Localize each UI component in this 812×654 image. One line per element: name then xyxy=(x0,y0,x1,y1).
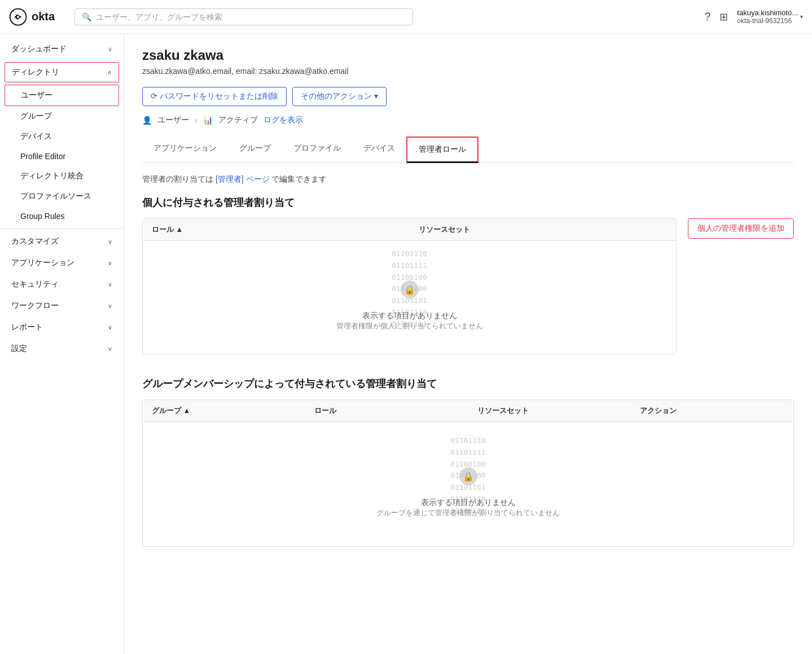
sidebar-item-settings[interactable]: 設定 ∨ xyxy=(0,338,124,359)
section1-empty-line1: 表示する項目がありません xyxy=(336,311,483,321)
section1-table-wrapper: ロール ▲ リソースセット 01101110011011110110010001… xyxy=(142,218,794,354)
sidebar-item-dashboard[interactable]: ダッシュボード ∨ xyxy=(0,38,124,60)
sidebar-label-users: ユーザー xyxy=(21,90,52,100)
sidebar-item-profile-editor[interactable]: Profile Editor xyxy=(0,147,124,166)
search-icon: 🔍 xyxy=(82,12,91,21)
action-bar: ⟳ パスワードをリセットまたは削除 その他のアクション ▾ xyxy=(142,87,794,106)
sidebar-item-workflow[interactable]: ワークフロー ∨ xyxy=(0,295,124,317)
admin-info-text: 管理者の割り当ては [管理者] ページ で編集できます xyxy=(142,174,794,185)
logo[interactable]: okta xyxy=(9,8,65,26)
section2-empty-line2: グループを通じて管理者権限が割り当てられていません xyxy=(376,508,560,518)
section1-col-role[interactable]: ロール ▲ xyxy=(143,219,410,240)
logo-text: okta xyxy=(32,10,55,23)
sidebar-label-customize: カスタマイズ xyxy=(11,236,59,247)
user-tenant: okta-trial-9632156 xyxy=(737,17,798,25)
section1-table-empty: 0110111001101111011001000100100001101101… xyxy=(143,241,676,354)
search-input[interactable] xyxy=(96,12,406,21)
section2-col-role: ロール xyxy=(305,400,468,422)
sidebar-item-directory-integration[interactable]: ディレクトリ統合 xyxy=(0,166,124,186)
section1-table: ロール ▲ リソースセット 01101110011011110110010001… xyxy=(142,218,677,354)
page-subtitle: zsaku.zkawa@atko.email, email: zsaku.zka… xyxy=(142,67,794,76)
user-status-label: ユーザー xyxy=(157,115,189,125)
sidebar-item-profile-source[interactable]: プロファイルソース xyxy=(0,186,124,207)
section2-title: グループメンバーシップによって付与されている管理者割り当て xyxy=(142,377,794,390)
add-admin-privilege-button[interactable]: 個人の管理者権限を追加 xyxy=(688,218,794,239)
sidebar-label-report: レポート xyxy=(11,322,43,332)
tabs: アプリケーション グループ プロファイル デバイス 管理者ロール xyxy=(142,137,794,163)
sidebar-item-directory[interactable]: ディレクトリ ∧ xyxy=(5,62,119,82)
applications-chevron: ∨ xyxy=(108,260,112,267)
section2-table-empty: 0110111001101111011001000100100001101101… xyxy=(143,422,793,546)
layout: ダッシュボード ∨ ディレクトリ ∧ ユーザー グループ デバイス Profil… xyxy=(0,34,812,654)
user-chevron: ▾ xyxy=(800,14,803,20)
dashboard-chevron: ∨ xyxy=(108,46,112,53)
section1-col-resource: リソースセット xyxy=(410,219,677,240)
section2-empty-line1: 表示する項目がありません xyxy=(376,498,560,508)
sidebar-item-customize[interactable]: カスタマイズ ∨ xyxy=(0,231,124,252)
sidebar-item-report[interactable]: レポート ∨ xyxy=(0,317,124,338)
top-right-area: ? ⊞ takuya.kishimoto... okta-trial-96321… xyxy=(704,8,803,25)
sidebar-label-groups: グループ xyxy=(20,111,52,121)
tab-groups[interactable]: グループ xyxy=(228,137,282,163)
sidebar: ダッシュボード ∨ ディレクトリ ∧ ユーザー グループ デバイス Profil… xyxy=(0,34,124,654)
section2-col-group[interactable]: グループ ▲ xyxy=(143,400,305,422)
section2-lock-icon: 🔒 xyxy=(459,467,477,485)
section2-table: グループ ▲ ロール リソースセット アクション 011011100110111… xyxy=(142,400,794,547)
apps-icon[interactable]: ⊞ xyxy=(719,11,728,23)
tab-profile[interactable]: プロファイル xyxy=(282,137,352,163)
sidebar-label-dashboard: ダッシュボード xyxy=(11,44,67,54)
sidebar-item-groups[interactable]: グループ xyxy=(0,106,124,126)
admin-page-link[interactable]: [管理者] ページ xyxy=(216,174,270,183)
settings-chevron: ∨ xyxy=(108,345,112,353)
reset-password-button[interactable]: ⟳ パスワードをリセットまたは削除 xyxy=(142,87,287,106)
sidebar-label-profile-source: プロファイルソース xyxy=(20,191,91,201)
sidebar-label-workflow: ワークフロー xyxy=(11,301,59,311)
main-content: zsaku zkawa zsaku.zkawa@atko.email, emai… xyxy=(124,34,812,654)
user-info[interactable]: takuya.kishimoto... okta-trial-9632156 ▾ xyxy=(737,8,803,25)
sidebar-label-security: セキュリティ xyxy=(11,279,59,289)
page-title: zsaku zkawa xyxy=(142,47,794,63)
section2-col-resource: リソースセット xyxy=(468,400,631,422)
active-status-icon: 📊 xyxy=(203,116,213,125)
security-chevron: ∨ xyxy=(108,281,112,288)
report-chevron: ∨ xyxy=(108,324,112,331)
section2-empty-text: 表示する項目がありません グループを通じて管理者権限が割り当てられていません xyxy=(376,495,560,518)
view-log-link[interactable]: ログを表示 xyxy=(264,115,303,125)
active-status-label: アクティブ xyxy=(218,115,258,125)
directory-chevron: ∧ xyxy=(107,69,112,76)
sidebar-item-applications[interactable]: アプリケーション ∨ xyxy=(0,252,124,274)
search-bar[interactable]: 🔍 xyxy=(74,8,413,25)
help-icon[interactable]: ? xyxy=(704,10,710,23)
sidebar-label-directory-integration: ディレクトリ統合 xyxy=(20,171,84,181)
tab-applications[interactable]: アプリケーション xyxy=(142,137,228,163)
section1-empty-line2: 管理者権限が個人に割り当てられていません xyxy=(336,321,483,331)
sidebar-label-settings: 設定 xyxy=(11,344,27,354)
section1-lock-icon: 🔒 xyxy=(401,280,419,299)
sidebar-label-devices: デバイス xyxy=(20,131,52,142)
svg-point-1 xyxy=(17,15,20,18)
workflow-chevron: ∨ xyxy=(108,302,112,310)
sidebar-item-devices[interactable]: デバイス xyxy=(0,126,124,147)
status-sep1: › xyxy=(195,116,197,125)
user-status-icon: 👤 xyxy=(142,116,152,125)
sidebar-item-users[interactable]: ユーザー xyxy=(5,85,119,106)
sidebar-item-security[interactable]: セキュリティ ∨ xyxy=(0,274,124,295)
other-actions-button[interactable]: その他のアクション ▾ xyxy=(292,87,387,106)
top-nav: okta 🔍 ? ⊞ takuya.kishimoto... okta-tria… xyxy=(0,0,812,34)
tab-admin-roles[interactable]: 管理者ロール xyxy=(406,137,479,163)
section1-table-header: ロール ▲ リソースセット xyxy=(143,219,676,241)
status-bar: 👤 ユーザー › 📊 アクティブ ログを表示 xyxy=(142,115,794,125)
sidebar-label-profile-editor: Profile Editor xyxy=(20,152,65,161)
section2-col-action: アクション xyxy=(631,400,793,422)
sidebar-label-directory: ディレクトリ xyxy=(12,67,59,77)
user-name: takuya.kishimoto... xyxy=(737,8,798,17)
tab-devices[interactable]: デバイス xyxy=(352,137,406,163)
section1-title: 個人に付与される管理者割り当て xyxy=(142,196,794,209)
customize-chevron: ∨ xyxy=(108,238,112,245)
sidebar-item-group-rules[interactable]: Group Rules xyxy=(0,207,124,226)
sidebar-label-applications: アプリケーション xyxy=(11,258,74,268)
section1-empty-text: 表示する項目がありません 管理者権限が個人に割り当てられていません xyxy=(336,309,483,331)
section2-table-header: グループ ▲ ロール リソースセット アクション xyxy=(143,400,793,422)
sidebar-label-group-rules: Group Rules xyxy=(20,212,65,221)
